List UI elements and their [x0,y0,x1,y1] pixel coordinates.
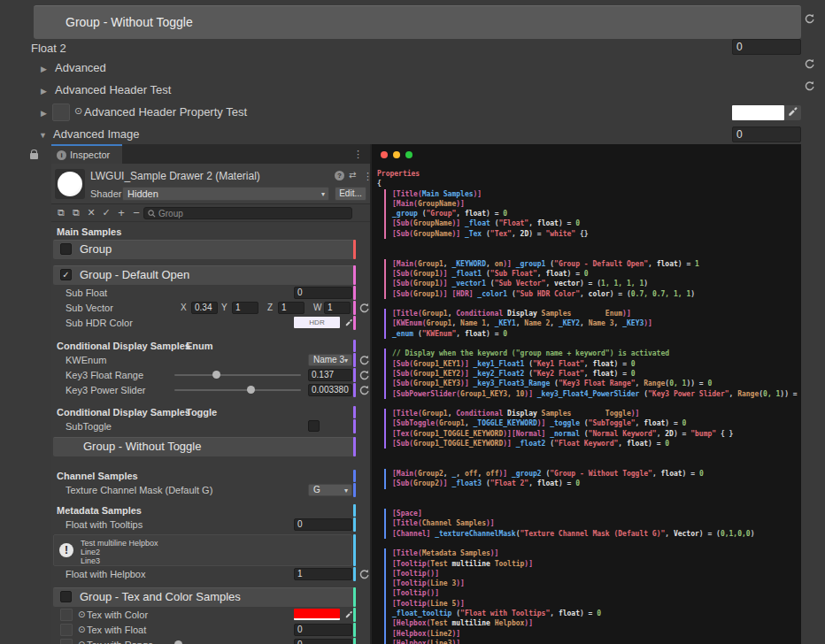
slider-handle[interactable] [174,640,182,644]
slider-track[interactable] [174,374,301,376]
code-token: Channel Samples [422,519,486,527]
dropdown[interactable]: Name 3▾ [308,354,352,366]
code-token: Line3 [430,640,451,644]
value-field[interactable]: 1 [294,568,352,580]
revert-icon[interactable] [804,80,815,92]
code-token: )] [456,200,465,208]
advanced-image-field[interactable]: 0 [732,126,801,142]
check-icon[interactable]: ✓ [100,207,112,219]
vector-field[interactable]: 0.34 [191,302,218,314]
code-token: 0 [708,380,713,387]
foldout-advanced-arrow[interactable]: ▶ [41,65,47,73]
property-label: Key3 Float Range [66,368,143,382]
value-field[interactable]: 0.137 [308,369,352,381]
value-field[interactable]: 0 [294,639,352,644]
eyedropper-icon[interactable] [344,315,353,331]
eyedropper-icon[interactable] [787,105,798,121]
group-toggle-checkbox[interactable] [60,243,72,255]
foldout-advanced-header-test-arrow[interactable]: ▶ [41,87,47,96]
color-swatch[interactable] [294,609,340,620]
code-token: { } [716,430,733,438]
code-token: float [537,479,559,487]
paste-icon[interactable]: ⧉ [70,207,82,219]
property-checkbox[interactable] [308,420,320,432]
code-token: 0 [584,270,589,278]
remove-icon[interactable]: − [130,207,143,219]
code-token: multiline [451,619,494,627]
code-line: [Tooltip(Line 5)] [392,599,801,609]
slider-track[interactable] [174,389,301,391]
foldout-advanced-label[interactable]: Advanced [55,61,106,74]
code-token: Toggle [605,410,631,418]
add-icon[interactable]: + [115,207,127,219]
slider-handle[interactable] [212,371,220,379]
code-token: )][Normal] [503,430,550,438]
revert-icon[interactable] [804,58,815,70]
revert-icon[interactable] [359,302,370,317]
code-token: , [580,319,589,327]
value-field[interactable]: 0.003380 [308,384,352,396]
edit-shader-button[interactable]: Edit... [335,187,366,201]
code-token: "white" [545,230,575,238]
vector-field[interactable]: 1 [232,302,258,314]
value-field[interactable]: 0 [294,287,352,299]
code-token: float [592,370,613,378]
kebab-menu-icon[interactable]: ⋮ [353,149,363,160]
minimize-icon[interactable] [393,151,400,158]
group-color-bar [353,301,356,315]
texture-thumbnail[interactable] [60,639,73,644]
float2-field[interactable]: 0 [732,39,801,55]
group-color-bar [353,316,356,330]
code-token: , [486,319,495,327]
hdr-color-swatch[interactable]: HDR [294,317,340,328]
foldout-advanced-header-property-arrow[interactable]: ▶ [41,109,47,118]
group-toggle-checkbox[interactable]: ✓ [60,269,72,280]
dropdown[interactable]: G▾ [308,484,352,496]
value-field[interactable]: 0 [294,624,352,636]
code-token: _KEY2 [559,319,580,327]
revert-icon[interactable] [804,13,815,25]
shader-dropdown[interactable]: Hidden ▾ [122,187,329,201]
close-icon[interactable] [381,151,388,158]
code-token: Group1 [427,319,452,327]
foldout-advanced-header-test-label[interactable]: Advanced Header Test [55,83,171,96]
code-token: {} [575,230,588,238]
texture-thumbnail[interactable] [60,624,73,636]
copy-icon[interactable]: ⧉ [55,207,67,219]
revert-icon[interactable] [804,58,815,70]
tab-inspector[interactable]: i Inspector [51,144,122,164]
revert-icon[interactable] [804,80,815,92]
foldout-advanced-header-property-label[interactable]: Advanced Header Property Test [84,105,247,119]
zoom-icon[interactable] [405,151,412,158]
code-token: Enum [605,310,622,318]
code-line: [Main(Group1, _KEYWORD, on)] _group1 ("G… [392,259,801,269]
code-token: )] [460,380,473,387]
eyedropper-icon[interactable] [784,105,801,120]
eyedropper-icon[interactable] [344,607,353,623]
code-token: "SubToggle" [589,419,636,427]
foldout-advanced-image-label[interactable]: Advanced Image [53,127,140,141]
foldout-advanced-image-arrow[interactable]: ▼ [39,131,47,140]
revert-icon[interactable] [359,369,370,384]
section-title-text: Conditional Display Samples [57,407,190,418]
texture-thumbnail[interactable] [52,104,70,121]
property-search-input[interactable]: Group [143,207,352,219]
texture-thumbnail[interactable] [60,609,73,621]
revert-icon[interactable] [804,13,815,25]
help-icon[interactable]: ? [335,171,344,180]
code-token: , [456,210,465,218]
group-color-bar [353,518,356,532]
color-swatch-white[interactable] [732,105,784,120]
value-field[interactable]: 0 [294,518,352,531]
slider-handle[interactable] [247,386,255,394]
vector-field[interactable]: 1 [278,302,305,314]
property-row: ⊙Tex with Range0 [51,638,370,644]
property-row: Key3 Power Slider0.003380 [51,383,370,397]
group-toggle-checkbox[interactable] [60,591,72,602]
lock-icon[interactable] [30,153,38,159]
collapse-icon[interactable]: ✕ [85,207,97,219]
vector-field[interactable]: 1 [324,302,351,314]
revert-icon[interactable] [359,354,370,369]
preset-icon[interactable]: ⇄ [349,170,356,180]
group-header-without-toggle[interactable]: Group - Without Toggle [34,5,801,39]
